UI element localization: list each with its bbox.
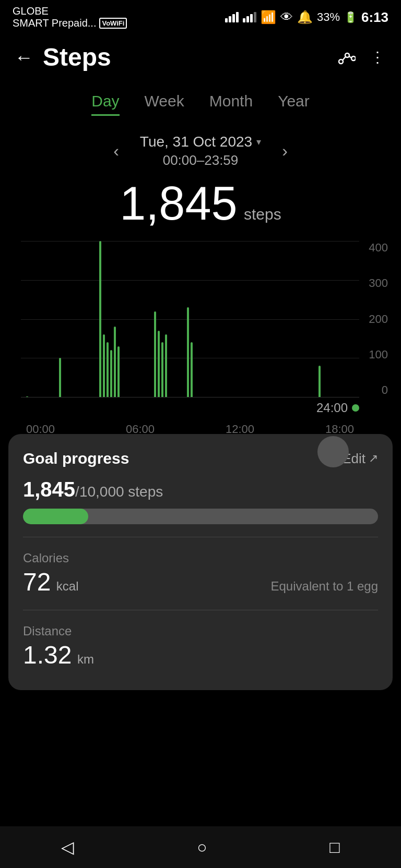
time-slider xyxy=(21,436,359,467)
header-right: ⋮ xyxy=(337,48,386,67)
battery-label: 33% xyxy=(317,10,340,24)
carrier2-row: SMART Prepaid... VoWiFi xyxy=(13,17,127,29)
distance-unit: km xyxy=(77,652,94,666)
x-label-0000: 00:00 xyxy=(26,423,55,436)
time-range-display: 00:00–23:59 xyxy=(140,152,261,168)
home-nav-button[interactable]: ○ xyxy=(186,833,217,862)
svg-point-2 xyxy=(351,56,356,61)
date-info: Tue, 31 Oct 2023 ▾ 00:00–23:59 xyxy=(140,134,261,168)
steps-unit: steps xyxy=(244,206,281,223)
date-navigation: ‹ Tue, 31 Oct 2023 ▾ 00:00–23:59 › xyxy=(0,121,401,172)
more-options-icon[interactable]: ⋮ xyxy=(370,49,386,66)
chart-x-labels: 00:00 06:00 12:00 18:00 xyxy=(21,418,359,436)
calories-label: Calories xyxy=(23,551,378,565)
calories-value-row: 72 kcal Equivalent to 1 egg xyxy=(23,568,378,596)
steps-count-display: 1,845 steps xyxy=(0,172,401,241)
y-label-400: 400 xyxy=(369,241,388,255)
time-indicator: 24:00 xyxy=(21,397,359,418)
bar-80 xyxy=(319,366,321,397)
carrier1-label: GLOBE xyxy=(13,5,127,17)
goal-progress-card: Goal progress Edit ↗ 1,845/10,000 steps … xyxy=(8,434,393,690)
calories-value: 72 xyxy=(23,568,51,596)
vowifi-badge: VoWiFi xyxy=(99,18,127,29)
y-label-100: 100 xyxy=(369,348,388,361)
time-label: 6:13 xyxy=(361,9,388,26)
calories-note: Equivalent to 1 egg xyxy=(271,579,379,594)
svg-point-0 xyxy=(339,59,343,64)
tab-year[interactable]: Year xyxy=(278,92,310,116)
date-display[interactable]: Tue, 31 Oct 2023 ▾ xyxy=(140,134,261,150)
svg-line-4 xyxy=(349,56,352,58)
distance-label: Distance xyxy=(23,624,378,638)
carrier-info: GLOBE SMART Prepaid... VoWiFi xyxy=(13,5,127,29)
distance-value-group: 1.32 km xyxy=(23,641,378,669)
chart-area: 400 300 200 100 0 xyxy=(21,241,359,397)
bar-37 xyxy=(161,342,163,397)
progress-bar-container xyxy=(23,509,378,524)
tab-month[interactable]: Month xyxy=(209,92,253,116)
bar-23 xyxy=(110,350,112,397)
bar-24 xyxy=(114,327,116,397)
back-nav-button[interactable]: ◁ xyxy=(51,832,85,862)
app-header: ← Steps ⋮ xyxy=(0,32,401,82)
steps-number: 1,845 xyxy=(120,177,237,230)
bar-9 xyxy=(59,358,61,397)
bottom-nav: ◁ ○ □ xyxy=(0,826,401,868)
bar-38 xyxy=(165,334,167,397)
battery-icon: 🔋 xyxy=(344,11,357,23)
slider-thumb[interactable] xyxy=(317,436,349,467)
calories-stat: Calories 72 kcal Equivalent to 1 egg xyxy=(23,546,378,601)
chart-bars xyxy=(21,241,359,397)
bar-25 xyxy=(117,346,120,397)
date-dropdown-icon[interactable]: ▾ xyxy=(256,136,261,148)
page-title: Steps xyxy=(43,43,111,71)
steps-goal: /10,000 steps xyxy=(75,484,163,500)
signal2-icon xyxy=(243,12,256,22)
x-label-1800: 18:00 xyxy=(325,423,354,436)
recent-nav-button[interactable]: □ xyxy=(319,833,350,862)
bar-45 xyxy=(191,342,193,397)
status-bar: GLOBE SMART Prepaid... VoWiFi 📶 👁 🔔 33% … xyxy=(0,0,401,32)
tabs-container: Day Week Month Year xyxy=(0,82,401,121)
graph-icon[interactable] xyxy=(337,48,356,67)
distance-value: 1.32 xyxy=(23,641,72,669)
steps-chart: 400 300 200 100 0 24:00 00:00 06:00 12:0… xyxy=(10,241,391,429)
tab-day[interactable]: Day xyxy=(91,92,119,116)
distance-stat: Distance 1.32 km xyxy=(23,619,378,674)
chart-y-labels: 400 300 200 100 0 xyxy=(369,241,388,397)
time-indicator-label: 24:00 xyxy=(316,401,348,415)
y-label-200: 200 xyxy=(369,312,388,326)
y-label-0: 0 xyxy=(369,383,388,397)
bar-36 xyxy=(158,331,160,397)
divider-1 xyxy=(23,537,378,537)
carrier2-label: SMART Prepaid... xyxy=(13,17,96,29)
svg-line-3 xyxy=(343,57,346,60)
bar-0 xyxy=(26,396,28,397)
bar-35 xyxy=(154,311,156,397)
header-left: ← Steps xyxy=(15,43,111,71)
eye-icon: 👁 xyxy=(280,10,293,25)
x-label-1200: 12:00 xyxy=(226,423,254,436)
y-label-300: 300 xyxy=(369,276,388,290)
back-button[interactable]: ← xyxy=(15,46,33,68)
status-icons: 📶 👁 🔔 33% 🔋 6:13 xyxy=(225,9,388,26)
bar-44 xyxy=(187,307,189,397)
svg-point-1 xyxy=(345,53,349,57)
divider-2 xyxy=(23,610,378,610)
bell-icon: 🔔 xyxy=(297,10,313,25)
bar-20 xyxy=(99,241,101,397)
prev-date-button[interactable]: ‹ xyxy=(108,136,124,166)
x-label-0600: 06:00 xyxy=(126,423,155,436)
wifi-icon: 📶 xyxy=(261,10,276,25)
signal1-icon xyxy=(225,12,239,22)
chart-wrapper: 400 300 200 100 0 24:00 00:00 06:00 12:0… xyxy=(21,241,359,467)
progress-bar-fill xyxy=(23,509,88,524)
calories-value-group: 72 kcal xyxy=(23,568,79,596)
edit-icon: ↗ xyxy=(369,452,378,465)
steps-progress-text: 1,845/10,000 steps xyxy=(23,478,378,501)
time-indicator-dot xyxy=(352,404,359,412)
bar-22 xyxy=(107,342,109,397)
steps-current: 1,845 xyxy=(23,478,75,501)
next-date-button[interactable]: › xyxy=(277,136,293,166)
tab-week[interactable]: Week xyxy=(145,92,184,116)
